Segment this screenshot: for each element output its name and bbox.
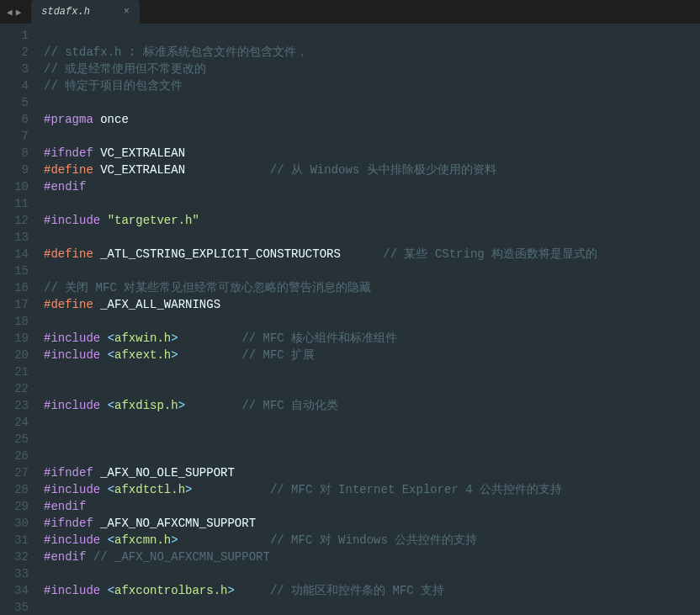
code-line[interactable]: // stdafx.h : 标准系统包含文件的包含文件，: [44, 44, 700, 61]
code-line[interactable]: #ifndef VC_EXTRALEAN: [44, 145, 700, 162]
code-token: #include: [44, 483, 108, 496]
code-token: afxcmn.h: [114, 533, 171, 547]
code-token: >: [178, 399, 185, 412]
line-number: 4: [0, 77, 29, 94]
code-line[interactable]: #pragma once: [44, 111, 700, 128]
line-number: 10: [0, 178, 29, 195]
line-number: 12: [0, 212, 29, 229]
code-token: // stdafx.h : 标准系统包含文件的包含文件，: [44, 45, 308, 59]
code-token: >: [227, 584, 234, 597]
code-token: #endif: [44, 550, 86, 564]
code-token: <: [108, 399, 114, 412]
code-line[interactable]: [44, 262, 700, 279]
code-content[interactable]: // stdafx.h : 标准系统包含文件的包含文件，// 或是经常使用但不常…: [37, 24, 700, 615]
close-icon[interactable]: ×: [124, 6, 130, 18]
code-token: // MFC 核心组件和标准组件: [241, 331, 397, 345]
code-line[interactable]: // 特定于项目的包含文件: [44, 77, 700, 94]
line-number: 28: [0, 481, 29, 498]
code-token: #ifndef: [44, 517, 93, 530]
line-number: 15: [0, 262, 29, 279]
nav-back-icon[interactable]: ◀: [7, 7, 13, 18]
code-token: <: [108, 348, 114, 362]
code-line[interactable]: #ifndef _AFX_NO_AFXCMN_SUPPORT: [44, 515, 700, 532]
code-line[interactable]: [44, 414, 700, 431]
code-line[interactable]: #include "targetver.h": [44, 212, 700, 229]
code-line[interactable]: #include <afxdtctl.h> // MFC 对 Internet …: [44, 481, 700, 498]
code-line[interactable]: // 或是经常使用但不常更改的: [44, 61, 700, 77]
code-line[interactable]: [44, 448, 700, 464]
line-number: 11: [0, 195, 29, 212]
code-token: "targetver.h": [108, 214, 199, 227]
code-line[interactable]: #include <afxdisp.h> // MFC 自动化类: [44, 397, 700, 414]
code-line[interactable]: #include <afxwin.h> // MFC 核心组件和标准组件: [44, 330, 700, 347]
line-number: 32: [0, 549, 29, 565]
line-number: 14: [0, 246, 29, 262]
code-line[interactable]: #include <afxcmn.h> // MFC 对 Windows 公共控…: [44, 532, 700, 549]
code-line[interactable]: [44, 431, 700, 448]
code-token: // 从 Windows 头中排除极少使用的资料: [270, 163, 496, 177]
code-token: #pragma: [44, 113, 93, 126]
line-number: 29: [0, 498, 29, 515]
code-line[interactable]: [44, 94, 700, 111]
code-line[interactable]: [44, 27, 700, 44]
code-line[interactable]: #ifndef _AFX_NO_OLE_SUPPORT: [44, 464, 700, 481]
code-line[interactable]: [44, 565, 700, 582]
code-token: <: [108, 584, 114, 597]
code-line[interactable]: [44, 229, 700, 246]
code-token: // 关闭 MFC 对某些常见但经常可放心忽略的警告消息的隐藏: [44, 281, 371, 294]
code-token: afxdtctl.h: [114, 483, 185, 496]
code-token: // MFC 扩展: [241, 348, 315, 362]
line-number: 13: [0, 229, 29, 246]
line-number: 16: [0, 279, 29, 296]
nav-forward-icon[interactable]: ▶: [16, 7, 22, 18]
line-number: 5: [0, 94, 29, 111]
code-token: [178, 348, 242, 362]
code-line[interactable]: #define _AFX_ALL_WARNINGS: [44, 296, 700, 313]
code-line[interactable]: [44, 195, 700, 212]
code-token: [192, 483, 269, 496]
tab-title: stdafx.h: [41, 6, 90, 18]
editor-tab[interactable]: stdafx.h ×: [31, 0, 140, 24]
line-number: 22: [0, 380, 29, 397]
code-token: #define: [44, 247, 93, 261]
code-token: #ifndef: [44, 466, 93, 480]
line-number: 1: [0, 27, 29, 44]
code-token: <: [108, 533, 114, 547]
code-token: <: [108, 331, 114, 345]
code-token: #endif: [44, 500, 86, 513]
code-line[interactable]: #include <afxcontrolbars.h> // 功能区和控件条的 …: [44, 582, 700, 599]
code-line[interactable]: #include <afxext.h> // MFC 扩展: [44, 347, 700, 363]
code-line[interactable]: #define _ATL_CSTRING_EXPLICIT_CONSTRUCTO…: [44, 246, 700, 262]
code-token: [178, 533, 270, 547]
line-number: 24: [0, 414, 29, 431]
code-token: // MFC 自动化类: [241, 399, 338, 412]
code-line[interactable]: // 关闭 MFC 对某些常见但经常可放心忽略的警告消息的隐藏: [44, 279, 700, 296]
code-line[interactable]: [44, 363, 700, 380]
code-line[interactable]: [44, 380, 700, 397]
line-number: 33: [0, 565, 29, 582]
code-line[interactable]: #endif: [44, 178, 700, 195]
code-line[interactable]: #endif: [44, 498, 700, 515]
line-number: 31: [0, 532, 29, 549]
line-number: 6: [0, 111, 29, 128]
code-token: // MFC 对 Windows 公共控件的支持: [270, 533, 477, 547]
code-line[interactable]: #endif // _AFX_NO_AFXCMN_SUPPORT: [44, 549, 700, 565]
line-number: 35: [0, 599, 29, 615]
code-token: _ATL_CSTRING_EXPLICIT_CONSTRUCTORS: [93, 247, 383, 261]
code-line[interactable]: [44, 313, 700, 330]
code-line[interactable]: #define VC_EXTRALEAN // 从 Windows 头中排除极少…: [44, 162, 700, 178]
code-token: [86, 550, 93, 564]
code-token: // 特定于项目的包含文件: [44, 79, 183, 93]
code-token: // MFC 对 Internet Explorer 4 公共控件的支持: [270, 483, 562, 496]
code-line[interactable]: [44, 599, 700, 615]
code-token: <: [108, 483, 114, 496]
line-number: 7: [0, 128, 29, 145]
code-token: [235, 584, 270, 597]
code-token: afxcontrolbars.h: [114, 584, 227, 597]
code-line[interactable]: [44, 128, 700, 145]
line-number: 8: [0, 145, 29, 162]
code-token: #include: [44, 348, 108, 362]
code-token: #define: [44, 298, 93, 311]
code-token: #define: [44, 163, 93, 177]
code-token: afxext.h: [114, 348, 171, 362]
